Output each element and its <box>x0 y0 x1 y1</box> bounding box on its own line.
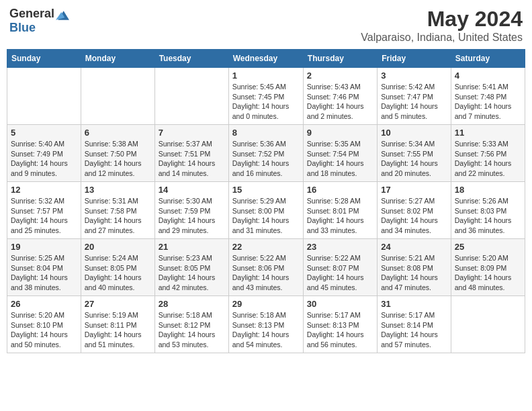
calendar-day-cell: 21Sunrise: 5:23 AM Sunset: 8:05 PM Dayli… <box>154 239 228 296</box>
calendar-day-cell: 1Sunrise: 5:45 AM Sunset: 7:45 PM Daylig… <box>228 68 303 125</box>
day-info: Sunrise: 5:20 AM Sunset: 8:10 PM Dayligh… <box>11 310 77 350</box>
calendar-header-cell: Friday <box>378 50 451 68</box>
calendar-body: 1Sunrise: 5:45 AM Sunset: 7:45 PM Daylig… <box>7 68 525 353</box>
day-info: Sunrise: 5:20 AM Sunset: 8:09 PM Dayligh… <box>455 253 521 293</box>
calendar-day-cell: 10Sunrise: 5:34 AM Sunset: 7:55 PM Dayli… <box>378 125 451 182</box>
day-info: Sunrise: 5:19 AM Sunset: 8:11 PM Dayligh… <box>85 310 151 350</box>
calendar-day-cell: 15Sunrise: 5:29 AM Sunset: 8:00 PM Dayli… <box>228 182 303 239</box>
calendar-header-cell: Sunday <box>7 50 81 68</box>
day-number: 17 <box>381 185 447 195</box>
day-number: 27 <box>85 299 151 309</box>
day-number: 20 <box>85 242 151 252</box>
day-number: 16 <box>307 185 373 195</box>
calendar-day-cell: 17Sunrise: 5:27 AM Sunset: 8:02 PM Dayli… <box>378 182 451 239</box>
day-number: 1 <box>232 71 300 81</box>
day-number: 26 <box>11 299 77 309</box>
day-info: Sunrise: 5:32 AM Sunset: 7:57 PM Dayligh… <box>11 196 77 236</box>
day-number: 10 <box>381 128 447 138</box>
day-info: Sunrise: 5:37 AM Sunset: 7:51 PM Dayligh… <box>159 139 225 179</box>
day-info: Sunrise: 5:43 AM Sunset: 7:46 PM Dayligh… <box>307 82 373 122</box>
page-subtitle: Valparaiso, Indiana, United States <box>361 32 523 44</box>
day-info: Sunrise: 5:27 AM Sunset: 8:02 PM Dayligh… <box>381 196 447 236</box>
calendar-day-cell <box>154 68 228 125</box>
calendar-header-cell: Monday <box>81 50 154 68</box>
day-info: Sunrise: 5:40 AM Sunset: 7:49 PM Dayligh… <box>11 139 77 179</box>
calendar-header-cell: Thursday <box>303 50 377 68</box>
day-number: 7 <box>159 128 225 138</box>
page-title: May 2024 <box>361 7 523 32</box>
day-number: 24 <box>381 242 447 252</box>
calendar-week-row: 19Sunrise: 5:25 AM Sunset: 8:04 PM Dayli… <box>7 239 525 296</box>
day-number: 2 <box>307 71 373 81</box>
calendar-week-row: 26Sunrise: 5:20 AM Sunset: 8:10 PM Dayli… <box>7 296 525 353</box>
calendar-header-cell: Saturday <box>451 50 525 68</box>
day-info: Sunrise: 5:17 AM Sunset: 8:14 PM Dayligh… <box>381 310 447 350</box>
calendar-week-row: 1Sunrise: 5:45 AM Sunset: 7:45 PM Daylig… <box>7 68 525 125</box>
calendar-day-cell: 20Sunrise: 5:24 AM Sunset: 8:05 PM Dayli… <box>81 239 154 296</box>
day-number: 4 <box>455 71 521 81</box>
calendar-day-cell: 3Sunrise: 5:42 AM Sunset: 7:47 PM Daylig… <box>378 68 451 125</box>
calendar-week-row: 5Sunrise: 5:40 AM Sunset: 7:49 PM Daylig… <box>7 125 525 182</box>
day-number: 9 <box>307 128 373 138</box>
day-number: 8 <box>232 128 300 138</box>
calendar-day-cell: 7Sunrise: 5:37 AM Sunset: 7:51 PM Daylig… <box>154 125 228 182</box>
title-area: May 2024 Valparaiso, Indiana, United Sta… <box>361 7 523 44</box>
calendar-day-cell: 27Sunrise: 5:19 AM Sunset: 8:11 PM Dayli… <box>81 296 154 353</box>
day-number: 13 <box>85 185 151 195</box>
day-number: 18 <box>455 185 521 195</box>
day-number: 29 <box>232 299 300 309</box>
calendar-day-cell: 12Sunrise: 5:32 AM Sunset: 7:57 PM Dayli… <box>7 182 81 239</box>
day-info: Sunrise: 5:30 AM Sunset: 7:59 PM Dayligh… <box>159 196 225 236</box>
day-info: Sunrise: 5:26 AM Sunset: 8:03 PM Dayligh… <box>455 196 521 236</box>
day-info: Sunrise: 5:24 AM Sunset: 8:05 PM Dayligh… <box>85 253 151 293</box>
day-number: 28 <box>159 299 225 309</box>
calendar-header-row: SundayMondayTuesdayWednesdayThursdayFrid… <box>7 50 525 68</box>
day-number: 14 <box>159 185 225 195</box>
calendar-day-cell: 23Sunrise: 5:22 AM Sunset: 8:07 PM Dayli… <box>303 239 377 296</box>
day-number: 3 <box>381 71 447 81</box>
calendar-day-cell: 24Sunrise: 5:21 AM Sunset: 8:08 PM Dayli… <box>378 239 451 296</box>
day-number: 22 <box>232 242 300 252</box>
day-info: Sunrise: 5:35 AM Sunset: 7:54 PM Dayligh… <box>307 139 373 179</box>
calendar-day-cell <box>451 296 525 353</box>
day-number: 6 <box>85 128 151 138</box>
calendar-week-row: 12Sunrise: 5:32 AM Sunset: 7:57 PM Dayli… <box>7 182 525 239</box>
day-number: 19 <box>11 242 77 252</box>
header: General Blue May 2024 Valparaiso, Indian… <box>7 7 525 44</box>
calendar-day-cell <box>7 68 81 125</box>
day-info: Sunrise: 5:45 AM Sunset: 7:45 PM Dayligh… <box>232 82 300 122</box>
calendar-day-cell: 5Sunrise: 5:40 AM Sunset: 7:49 PM Daylig… <box>7 125 81 182</box>
day-info: Sunrise: 5:33 AM Sunset: 7:56 PM Dayligh… <box>455 139 521 179</box>
day-info: Sunrise: 5:31 AM Sunset: 7:58 PM Dayligh… <box>85 196 151 236</box>
day-info: Sunrise: 5:18 AM Sunset: 8:12 PM Dayligh… <box>159 310 225 350</box>
calendar-table: SundayMondayTuesdayWednesdayThursdayFrid… <box>7 49 525 353</box>
day-number: 15 <box>232 185 300 195</box>
calendar-day-cell: 18Sunrise: 5:26 AM Sunset: 8:03 PM Dayli… <box>451 182 525 239</box>
logo-icon <box>56 9 69 21</box>
calendar-day-cell: 31Sunrise: 5:17 AM Sunset: 8:14 PM Dayli… <box>378 296 451 353</box>
day-info: Sunrise: 5:21 AM Sunset: 8:08 PM Dayligh… <box>381 253 447 293</box>
day-info: Sunrise: 5:34 AM Sunset: 7:55 PM Dayligh… <box>381 139 447 179</box>
day-info: Sunrise: 5:23 AM Sunset: 8:05 PM Dayligh… <box>159 253 225 293</box>
calendar-day-cell: 25Sunrise: 5:20 AM Sunset: 8:09 PM Dayli… <box>451 239 525 296</box>
calendar-day-cell: 9Sunrise: 5:35 AM Sunset: 7:54 PM Daylig… <box>303 125 377 182</box>
day-number: 5 <box>11 128 77 138</box>
calendar-day-cell: 26Sunrise: 5:20 AM Sunset: 8:10 PM Dayli… <box>7 296 81 353</box>
calendar-day-cell: 2Sunrise: 5:43 AM Sunset: 7:46 PM Daylig… <box>303 68 377 125</box>
day-number: 23 <box>307 242 373 252</box>
calendar-header-cell: Wednesday <box>228 50 303 68</box>
day-number: 12 <box>11 185 77 195</box>
calendar-day-cell <box>81 68 154 125</box>
day-info: Sunrise: 5:22 AM Sunset: 8:07 PM Dayligh… <box>307 253 373 293</box>
day-info: Sunrise: 5:36 AM Sunset: 7:52 PM Dayligh… <box>232 139 300 179</box>
day-info: Sunrise: 5:28 AM Sunset: 8:01 PM Dayligh… <box>307 196 373 236</box>
day-number: 30 <box>307 299 373 309</box>
calendar-day-cell: 22Sunrise: 5:22 AM Sunset: 8:06 PM Dayli… <box>228 239 303 296</box>
calendar-day-cell: 8Sunrise: 5:36 AM Sunset: 7:52 PM Daylig… <box>228 125 303 182</box>
day-info: Sunrise: 5:18 AM Sunset: 8:13 PM Dayligh… <box>232 310 300 350</box>
calendar-day-cell: 29Sunrise: 5:18 AM Sunset: 8:13 PM Dayli… <box>228 296 303 353</box>
calendar-day-cell: 30Sunrise: 5:17 AM Sunset: 8:13 PM Dayli… <box>303 296 377 353</box>
day-number: 11 <box>455 128 521 138</box>
calendar-day-cell: 6Sunrise: 5:38 AM Sunset: 7:50 PM Daylig… <box>81 125 154 182</box>
logo-blue: Blue <box>9 21 36 35</box>
